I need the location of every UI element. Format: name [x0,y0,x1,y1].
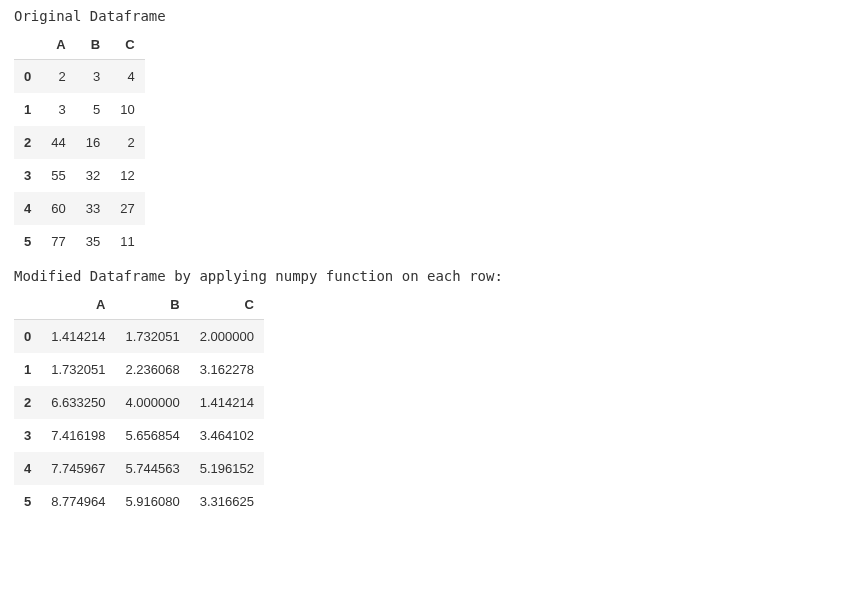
row-index: 0 [14,320,41,354]
cell: 5.744563 [115,452,189,485]
table-row: 2 44 16 2 [14,126,145,159]
row-index: 2 [14,386,41,419]
table-row: 2 6.633250 4.000000 1.414214 [14,386,264,419]
row-index: 3 [14,159,41,192]
cell: 5.656854 [115,419,189,452]
cell: 32 [76,159,110,192]
table-row: 0 2 3 4 [14,60,145,94]
original-caption: Original Dataframe [14,8,827,24]
cell: 4.000000 [115,386,189,419]
cell: 4 [110,60,144,94]
cell: 6.633250 [41,386,115,419]
table-row: 4 7.745967 5.744563 5.196152 [14,452,264,485]
row-index: 4 [14,452,41,485]
cell: 3 [41,93,75,126]
col-header: B [76,30,110,60]
cell: 1.732051 [115,320,189,354]
cell: 1.414214 [41,320,115,354]
cell: 3.316625 [190,485,264,518]
cell: 3.464102 [190,419,264,452]
cell: 35 [76,225,110,258]
cell: 5.196152 [190,452,264,485]
cell: 1.414214 [190,386,264,419]
row-index: 5 [14,225,41,258]
cell: 3.162278 [190,353,264,386]
cell: 3 [76,60,110,94]
original-dataframe: A B C 0 2 3 4 1 3 5 10 2 44 16 2 3 55 32… [14,30,145,258]
table-row: 5 8.774964 5.916080 3.316625 [14,485,264,518]
col-header: A [41,290,115,320]
table-row: 1 1.732051 2.236068 3.162278 [14,353,264,386]
col-header: C [110,30,144,60]
col-header: A [41,30,75,60]
table-row: 1 3 5 10 [14,93,145,126]
table-row: 5 77 35 11 [14,225,145,258]
row-index: 5 [14,485,41,518]
table-row: 4 60 33 27 [14,192,145,225]
cell: 60 [41,192,75,225]
row-index: 2 [14,126,41,159]
cell: 2 [110,126,144,159]
table-row: 3 7.416198 5.656854 3.464102 [14,419,264,452]
row-index: 1 [14,353,41,386]
table-corner [14,290,41,320]
row-index: 0 [14,60,41,94]
modified-caption: Modified Dataframe by applying numpy fun… [14,268,827,284]
cell: 16 [76,126,110,159]
cell: 5 [76,93,110,126]
modified-dataframe: A B C 0 1.414214 1.732051 2.000000 1 1.7… [14,290,264,518]
cell: 2.236068 [115,353,189,386]
row-index: 4 [14,192,41,225]
cell: 2.000000 [190,320,264,354]
cell: 8.774964 [41,485,115,518]
cell: 77 [41,225,75,258]
table-corner [14,30,41,60]
table-row: 3 55 32 12 [14,159,145,192]
row-index: 1 [14,93,41,126]
cell: 10 [110,93,144,126]
table-row: 0 1.414214 1.732051 2.000000 [14,320,264,354]
cell: 5.916080 [115,485,189,518]
cell: 7.416198 [41,419,115,452]
cell: 55 [41,159,75,192]
col-header: B [115,290,189,320]
cell: 2 [41,60,75,94]
cell: 44 [41,126,75,159]
cell: 7.745967 [41,452,115,485]
col-header: C [190,290,264,320]
cell: 1.732051 [41,353,115,386]
cell: 27 [110,192,144,225]
cell: 11 [110,225,144,258]
cell: 33 [76,192,110,225]
row-index: 3 [14,419,41,452]
cell: 12 [110,159,144,192]
